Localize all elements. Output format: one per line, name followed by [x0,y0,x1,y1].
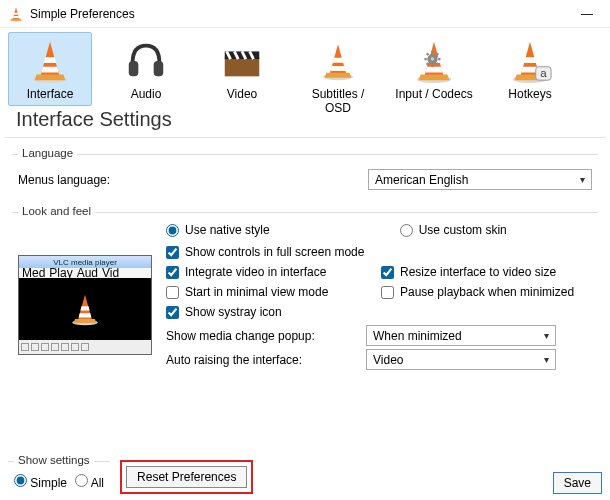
menus-language-select[interactable]: American English [368,169,592,190]
tab-label: Video [227,87,257,101]
show-settings-group: Show settings Simple All [8,461,110,494]
tab-label: Audio [131,87,162,101]
reset-preferences-button[interactable]: Reset Preferences [126,466,247,488]
titlebar: Simple Preferences — [0,0,610,28]
language-group: Language Menus language: American Englis… [12,154,598,200]
keycap-cone-icon [507,37,553,85]
tab-audio[interactable]: Audio [104,32,188,106]
resize-interface-checkbox[interactable]: Resize interface to video size [381,265,592,279]
show-settings-all-radio[interactable]: All [75,474,104,490]
tab-label: Subtitles / OSD [299,87,377,115]
gear-cone-icon [411,37,457,85]
preview-menubar: MedPlayAudVid [19,268,151,278]
pause-minimized-checkbox[interactable]: Pause playback when minimized [381,285,592,299]
auto-raising-select[interactable]: Video [366,349,556,370]
headphones-icon [123,37,169,85]
interface-preview: VLC media player MedPlayAudVid [18,255,152,355]
language-legend: Language [18,147,77,159]
clapper-icon [219,37,265,85]
tab-subtitles[interactable]: Subtitles / OSD [296,32,380,106]
systray-icon-checkbox[interactable]: Show systray icon [166,305,377,319]
media-change-popup-label: Show media change popup: [166,329,366,343]
use-native-style-radio[interactable]: Use native style [166,223,270,237]
app-icon [8,6,24,22]
tab-video[interactable]: Video [200,32,284,106]
look-and-feel-group: Look and feel VLC media player MedPlayAu… [12,212,598,379]
category-tabs: Interface Audio Video Subtitles / OSD In… [0,28,610,106]
integrate-video-checkbox[interactable]: Integrate video in interface [166,265,377,279]
show-settings-legend: Show settings [14,454,94,466]
tab-label: Interface [27,87,74,101]
tab-label: Input / Codecs [395,87,472,101]
window-title: Simple Preferences [30,7,572,21]
cone-icon [27,37,73,85]
reset-highlight-box: Reset Preferences [120,460,253,494]
minimize-button[interactable]: — [572,7,602,21]
tab-interface[interactable]: Interface [8,32,92,106]
cone-icon [315,37,361,85]
auto-raising-label: Auto raising the interface: [166,353,366,367]
save-button[interactable]: Save [553,472,602,494]
minimal-view-checkbox[interactable]: Start in minimal view mode [166,285,377,299]
media-change-popup-select[interactable]: When minimized [366,325,556,346]
tab-input[interactable]: Input / Codecs [392,32,476,106]
look-legend: Look and feel [18,205,95,217]
use-custom-skin-radio[interactable]: Use custom skin [400,223,507,237]
fullscreen-controls-checkbox[interactable]: Show controls in full screen mode [166,245,377,259]
tab-hotkeys[interactable]: Hotkeys [488,32,572,106]
show-settings-simple-radio[interactable]: Simple [14,474,67,490]
tab-label: Hotkeys [508,87,551,101]
menus-language-label: Menus language: [18,173,238,187]
